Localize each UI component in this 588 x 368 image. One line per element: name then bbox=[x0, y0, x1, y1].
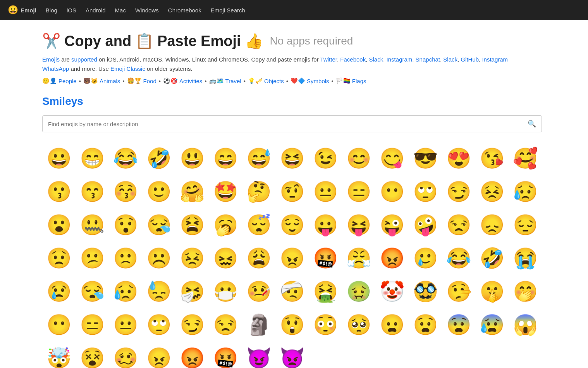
instagram-link-2[interactable]: Instagram bbox=[482, 56, 508, 63]
emoji-item[interactable]: 😐 bbox=[109, 308, 142, 341]
cat-travel-link[interactable]: Travel bbox=[225, 78, 241, 84]
emoji-item[interactable]: 😡 bbox=[375, 241, 409, 275]
emoji-item[interactable]: 🤪 bbox=[409, 208, 442, 241]
emoji-item[interactable]: 🤫 bbox=[475, 275, 509, 308]
emoji-item[interactable]: 🤬 bbox=[209, 341, 242, 368]
emoji-item[interactable]: 😷 bbox=[209, 275, 242, 308]
emoji-item[interactable]: 😦 bbox=[375, 308, 409, 341]
emoji-item[interactable]: 🗿 bbox=[242, 308, 275, 341]
emoji-item[interactable]: 😋 bbox=[375, 142, 409, 175]
emoji-item[interactable]: 🤣 bbox=[475, 241, 509, 275]
emoji-item[interactable]: 👿 bbox=[275, 341, 309, 368]
slack-link-1[interactable]: Slack bbox=[369, 56, 383, 63]
emoji-item[interactable]: 🙄 bbox=[142, 308, 175, 341]
emoji-item[interactable]: ☹️ bbox=[142, 241, 175, 275]
emoji-item[interactable]: 🙁 bbox=[109, 241, 142, 275]
nav-brand[interactable]: 😀 Emoji bbox=[8, 5, 36, 15]
emoji-item[interactable]: 🥺 bbox=[342, 308, 375, 341]
emoji-item[interactable]: 🥰 bbox=[509, 142, 542, 175]
nav-link-emoji-search[interactable]: Emoji Search bbox=[211, 7, 245, 14]
emoji-item[interactable]: 🤭 bbox=[509, 275, 542, 308]
supported-link[interactable]: supported bbox=[71, 56, 97, 63]
emoji-item[interactable]: 😪 bbox=[142, 208, 175, 241]
cat-animals-link[interactable]: Animals bbox=[100, 78, 120, 84]
emoji-item[interactable]: 😙 bbox=[76, 175, 109, 208]
emoji-item[interactable]: 😉 bbox=[309, 142, 342, 175]
emoji-item[interactable]: 🥸 bbox=[409, 275, 442, 308]
emojis-link[interactable]: Emojis bbox=[42, 56, 60, 63]
nav-link-ios[interactable]: iOS bbox=[67, 7, 76, 14]
emoji-item[interactable]: 😂 bbox=[442, 241, 475, 275]
emoji-item[interactable]: 😠 bbox=[275, 241, 309, 275]
emoji-item[interactable]: 😅 bbox=[242, 142, 275, 175]
emoji-item[interactable]: 😰 bbox=[475, 308, 509, 341]
emoji-item[interactable]: 😴 bbox=[242, 208, 275, 241]
emoji-item[interactable]: 😑 bbox=[342, 175, 375, 208]
emoji-item[interactable]: 😫 bbox=[175, 208, 209, 241]
nav-link-chromebook[interactable]: Chromebook bbox=[168, 7, 201, 14]
twitter-link[interactable]: Twitter bbox=[320, 56, 337, 63]
emoji-item[interactable]: 🤯 bbox=[42, 341, 76, 368]
emoji-item[interactable]: 🤬 bbox=[309, 241, 342, 275]
emoji-item[interactable]: 😁 bbox=[76, 142, 109, 175]
cat-objects-link[interactable]: Objects bbox=[264, 78, 284, 84]
emoji-item[interactable]: 😏 bbox=[175, 308, 209, 341]
emoji-item[interactable]: 🥱 bbox=[209, 208, 242, 241]
emoji-item[interactable]: 🤩 bbox=[209, 175, 242, 208]
emoji-item[interactable]: 🥲 bbox=[409, 241, 442, 275]
cat-activities-link[interactable]: Activities bbox=[179, 78, 202, 84]
emoji-item[interactable]: 😣 bbox=[175, 241, 209, 275]
nav-link-mac[interactable]: Mac bbox=[115, 7, 126, 14]
emoji-item[interactable]: 😍 bbox=[442, 142, 475, 175]
emoji-item[interactable]: 😨 bbox=[442, 308, 475, 341]
emoji-item[interactable]: 😟 bbox=[42, 241, 76, 275]
emoji-item[interactable]: 😲 bbox=[275, 308, 309, 341]
emoji-item[interactable]: 😭 bbox=[509, 241, 542, 275]
emoji-item[interactable]: 😔 bbox=[509, 208, 542, 241]
emoji-item[interactable]: 🤨 bbox=[275, 175, 309, 208]
nav-link-blog[interactable]: Blog bbox=[46, 7, 57, 14]
emoji-item[interactable]: 😆 bbox=[275, 142, 309, 175]
emoji-item[interactable]: 🤮 bbox=[309, 275, 342, 308]
emoji-item[interactable]: 😘 bbox=[475, 142, 509, 175]
cat-symbols-link[interactable]: Symbols bbox=[307, 78, 329, 84]
emoji-item[interactable]: 🤧 bbox=[175, 275, 209, 308]
emoji-item[interactable]: 😀 bbox=[42, 142, 76, 175]
emoji-item[interactable]: 😧 bbox=[409, 308, 442, 341]
nav-link-android[interactable]: Android bbox=[86, 7, 106, 14]
emoji-item[interactable]: 😄 bbox=[209, 142, 242, 175]
emoji-item[interactable]: 😶 bbox=[375, 175, 409, 208]
emoji-item[interactable]: 🤒 bbox=[242, 275, 275, 308]
search-input[interactable] bbox=[43, 117, 522, 131]
emoji-item[interactable]: 😂 bbox=[109, 142, 142, 175]
emoji-item[interactable]: 🤗 bbox=[175, 175, 209, 208]
emoji-item[interactable]: 😏 bbox=[442, 175, 475, 208]
emoji-item[interactable]: 😖 bbox=[209, 241, 242, 275]
emoji-item[interactable]: 🤣 bbox=[142, 142, 175, 175]
emoji-item[interactable]: 😜 bbox=[375, 208, 409, 241]
emoji-item[interactable]: 😝 bbox=[342, 208, 375, 241]
snapchat-link[interactable]: Snapchat bbox=[416, 56, 440, 63]
emoji-item[interactable]: 😥 bbox=[509, 175, 542, 208]
emoji-item[interactable]: 😢 bbox=[42, 275, 76, 308]
emoji-item[interactable]: 😗 bbox=[42, 175, 76, 208]
emoji-item[interactable]: 😃 bbox=[175, 142, 209, 175]
instagram-link-1[interactable]: Instagram bbox=[387, 56, 413, 63]
emoji-item[interactable]: 😓 bbox=[142, 275, 175, 308]
cat-flags-link[interactable]: Flags bbox=[352, 78, 366, 84]
emoji-item[interactable]: 😚 bbox=[109, 175, 142, 208]
emoji-item[interactable]: 😛 bbox=[309, 208, 342, 241]
emoji-item[interactable]: 😱 bbox=[509, 308, 542, 341]
emoji-item[interactable]: 😑 bbox=[76, 308, 109, 341]
whatsapp-link[interactable]: WhatsApp bbox=[42, 65, 69, 72]
emoji-item[interactable]: 🤐 bbox=[76, 208, 109, 241]
emoji-item[interactable]: 😠 bbox=[142, 341, 175, 368]
emoji-item[interactable]: 🥴 bbox=[109, 341, 142, 368]
emoji-item[interactable]: 🤡 bbox=[375, 275, 409, 308]
emoji-item[interactable]: 😌 bbox=[275, 208, 309, 241]
github-link[interactable]: GitHub bbox=[461, 56, 479, 63]
emoji-item[interactable]: 😥 bbox=[109, 275, 142, 308]
emoji-item[interactable]: 😪 bbox=[76, 275, 109, 308]
cat-people-link[interactable]: People bbox=[58, 78, 77, 84]
emoji-item[interactable]: 🙄 bbox=[409, 175, 442, 208]
